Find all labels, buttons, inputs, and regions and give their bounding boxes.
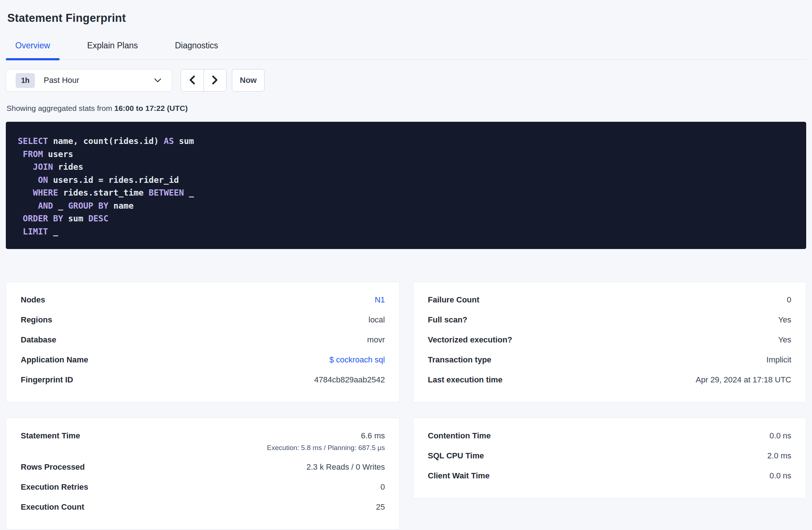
stat-value: Yes: [778, 315, 791, 325]
stat-row: Execution Retries0: [21, 477, 385, 497]
tab-overview[interactable]: Overview: [6, 37, 60, 59]
sql-text: [18, 162, 33, 172]
stat-label: Rows Processed: [21, 462, 85, 472]
stat-label: Statement Time: [21, 431, 80, 441]
stats-cards-grid: NodesN1RegionslocalDatabasemovrApplicati…: [6, 282, 806, 530]
stat-label: SQL CPU Time: [428, 451, 484, 461]
stat-value: movr: [367, 335, 385, 345]
stat-row: Contention Time0.0 ns: [428, 426, 791, 446]
stat-value-group: N1: [375, 295, 385, 305]
stat-row: Databasemovr: [21, 330, 385, 350]
stat-label: Transaction type: [428, 355, 491, 365]
aggregated-stats-prefix: Showing aggregated stats from: [7, 104, 114, 112]
statement-fingerprint-page: Statement Fingerprint Overview Explain P…: [0, 0, 812, 530]
sql-text: [18, 175, 38, 185]
stat-value-group: 0: [787, 295, 791, 305]
sql-line: WHERE rides.start_time BETWEEN _: [18, 186, 795, 200]
stat-value-group: Implicit: [767, 355, 791, 365]
sql-keyword: ON: [38, 175, 48, 185]
stat-value-group: 0: [381, 482, 385, 492]
time-range-label: Past Hour: [44, 76, 79, 85]
sql-keyword: DESC: [88, 214, 108, 223]
sql-keyword: GROUP BY: [68, 201, 108, 210]
sql-keyword: FROM: [23, 149, 43, 159]
sql-text: name: [108, 201, 133, 210]
tab-explain-plans[interactable]: Explain Plans: [78, 37, 147, 59]
sql-text: [18, 201, 38, 210]
sql-text: [18, 188, 33, 197]
aggregated-stats-caption: Showing aggregated stats from 16:00 to 1…: [6, 104, 806, 113]
sql-text: sum: [63, 214, 88, 223]
stat-label: Database: [21, 335, 56, 345]
stat-value-group: 2.0 ms: [767, 451, 791, 461]
stat-value: 2.0 ms: [767, 451, 791, 461]
stat-label: Application Name: [21, 355, 88, 365]
stat-row: NodesN1: [21, 290, 385, 310]
sql-line: ORDER BY sum DESC: [18, 212, 795, 225]
stat-row: Full scan?Yes: [428, 310, 791, 330]
sql-keyword: WHERE: [33, 188, 58, 197]
stat-label: Nodes: [21, 295, 45, 305]
stat-value-group: Yes: [778, 335, 791, 345]
stat-value: local: [369, 315, 385, 325]
aggregated-stats-range: 16:00 to 17:22 (UTC): [114, 104, 188, 112]
now-button[interactable]: Now: [232, 69, 265, 92]
sql-keyword: BETWEEN: [149, 188, 184, 197]
stat-value: 2.3 k Reads / 0 Writes: [306, 462, 385, 472]
time-stats-card: Contention Time0.0 nsSQL CPU Time2.0 msC…: [413, 418, 806, 498]
stat-value: 6.6 ms: [267, 431, 385, 441]
stat-value: Implicit: [767, 355, 791, 365]
stat-value-group: 6.6 msExecution: 5.8 ms / Planning: 687.…: [267, 431, 385, 452]
next-time-range-button[interactable]: [204, 69, 226, 91]
stat-value-group: 25: [376, 502, 385, 512]
tab-bar: Overview Explain Plans Diagnostics: [6, 37, 806, 60]
stat-label: Full scan?: [428, 315, 467, 325]
stat-label: Fingerprint ID: [21, 375, 73, 385]
stat-label: Failure Count: [428, 295, 479, 305]
sql-line: LIMIT _: [18, 225, 795, 238]
sql-line: FROM users: [18, 148, 795, 161]
time-range-dropdown[interactable]: 1h Past Hour: [6, 69, 172, 92]
sql-line: AND _ GROUP BY name: [18, 200, 795, 213]
stat-label: Client Wait Time: [428, 471, 490, 481]
chevron-right-icon: [211, 75, 219, 86]
sql-text: users.id = rides.rider_id: [48, 175, 179, 185]
stat-value-link[interactable]: $ cockroach sql: [329, 355, 385, 365]
stat-value-link[interactable]: N1: [375, 295, 385, 305]
stat-row: Vectorized execution?Yes: [428, 330, 791, 350]
sql-keyword: AS: [164, 136, 174, 146]
stat-subvalue: Execution: 5.8 ms / Planning: 687.5 µs: [267, 444, 385, 452]
time-range-pager: [181, 69, 226, 92]
stat-row: Failure Count0: [428, 290, 791, 310]
chevron-down-icon: [154, 78, 162, 83]
stat-value-group: $ cockroach sql: [329, 355, 385, 365]
stat-label: Vectorized execution?: [428, 335, 512, 345]
sql-text: _: [48, 227, 58, 236]
stat-value-group: 0.0 ns: [769, 471, 791, 481]
stat-label: Regions: [21, 315, 52, 325]
stat-value-group: local: [369, 315, 385, 325]
overview-details-card: NodesN1RegionslocalDatabasemovrApplicati…: [6, 282, 400, 402]
stat-row: Last execution timeApr 29, 2024 at 17:18…: [428, 370, 791, 390]
sql-line: SELECT name, count(rides.id) AS sum: [18, 135, 795, 148]
stat-label: Execution Count: [21, 502, 84, 512]
sql-keyword: LIMIT: [23, 227, 48, 236]
stat-value-group: movr: [367, 335, 385, 345]
stat-value: 0: [787, 295, 791, 305]
stat-label: Last execution time: [428, 375, 502, 385]
sql-text: [18, 214, 23, 223]
sql-keyword: AND: [38, 201, 53, 210]
previous-time-range-button[interactable]: [181, 69, 204, 91]
tab-diagnostics[interactable]: Diagnostics: [165, 37, 228, 59]
stat-row: SQL CPU Time2.0 ms: [428, 446, 791, 466]
sql-line: JOIN rides: [18, 161, 795, 174]
statement-stats-card: Statement Time6.6 msExecution: 5.8 ms / …: [6, 418, 400, 530]
stat-value: 0.0 ns: [769, 471, 791, 481]
sql-text: name, count(rides.id): [48, 136, 164, 146]
stat-value: Apr 29, 2024 at 17:18 UTC: [696, 375, 791, 385]
sql-text: [18, 227, 23, 236]
stat-label: Contention Time: [428, 431, 491, 441]
sql-keyword: ORDER BY: [23, 214, 63, 223]
stat-row: Rows Processed2.3 k Reads / 0 Writes: [21, 457, 385, 477]
stat-value-group: Yes: [778, 315, 791, 325]
